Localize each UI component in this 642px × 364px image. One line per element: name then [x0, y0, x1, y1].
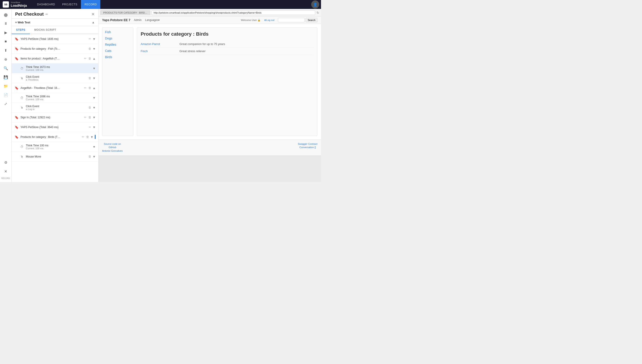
site-nav-admin[interactable]: Admin [134, 18, 142, 22]
save-icon[interactable]: 💾 [2, 73, 10, 81]
site-main-content: Products for category : Birds Amazon Par… [137, 28, 317, 136]
sidebar-link-fish[interactable]: Fish [105, 30, 130, 34]
step-item: 🔖 Products for category : Fish (Tc… 🗑 ▼ [12, 44, 98, 54]
panel-close-button[interactable]: ✕ [91, 12, 95, 17]
logo-icon: SB [3, 1, 9, 8]
step-edit-button[interactable]: ✏ [88, 37, 92, 41]
browser-toolbar: PRODUCTS FOR CATEGORY : BIRD… http://pet… [99, 9, 321, 16]
nav-record[interactable]: RECORD [81, 0, 100, 9]
step-delete-button[interactable]: 🗑 [88, 86, 92, 90]
sidebar-link-birds[interactable]: Birds [105, 55, 130, 59]
step-edit-button[interactable]: ✏ [88, 125, 92, 129]
step-chevron-button[interactable]: ▼ [93, 37, 96, 41]
steps-panel-header: Pet Checkout ✏ ✕ [12, 9, 98, 19]
step-chevron-button[interactable]: ▼ [93, 116, 96, 119]
webtest-collapse-button[interactable]: ▲ [92, 20, 95, 24]
step-sublabel: a Log in [26, 108, 86, 110]
sidebar-link-reptiles[interactable]: Reptiles [105, 43, 130, 46]
icon-sidebar: ⬤ ⏸ ▶ ■ ⬆ ⊕ 🔍 💾 📁 📄 ⤢ ⚙ ✕ RECORD [0, 9, 12, 182]
step-label: Click Event [26, 105, 39, 108]
add-icon[interactable]: ⊕ [2, 55, 10, 63]
browser-url-bar[interactable]: http://petstore.smartload.io/application… [152, 10, 315, 15]
nav-dashboard[interactable]: DASHBOARD [34, 0, 59, 9]
step-edit-button[interactable]: ✏ [84, 115, 87, 120]
site-nav-languages[interactable]: Languages▾ [145, 18, 160, 22]
step-chevron-button[interactable]: ▼ [93, 66, 96, 70]
step-chevron-button[interactable]: ▼ [93, 96, 96, 100]
stop-icon[interactable]: ■ [2, 38, 10, 46]
step-chevron-button[interactable]: ▲ [93, 86, 96, 90]
tab-mocha-script[interactable]: MOCHA SCRIPT [30, 26, 61, 34]
search-icon[interactable]: 🔍 [2, 64, 10, 72]
step-sublabel: Current: 100 ms [26, 147, 91, 150]
folder-icon[interactable]: 📁 [2, 82, 10, 90]
step-actions: 🗑 ▼ [88, 76, 96, 80]
step-item-birds: 🔖 Products for category : Birds (T… ✏ 🗑 … [12, 132, 98, 142]
step-label: Think Time 100 ms [26, 144, 48, 147]
step-chevron-button[interactable]: ▲ [93, 57, 96, 60]
bookmark-icon: 🔖 [14, 37, 19, 41]
step-item-think-time: ⏱ Think Time 1673 ms Current: 100 ms ▼ [12, 64, 98, 73]
play-icon[interactable]: ▶ [2, 28, 10, 36]
close-icon[interactable]: ✕ [2, 167, 10, 175]
step-chevron-button[interactable]: ▼ [93, 126, 96, 129]
step-text-block: Think Time 100 ms Current: 100 ms [26, 144, 91, 150]
product-name-finch[interactable]: Finch [141, 50, 174, 53]
step-actions: ▼ [93, 66, 96, 70]
step-chevron-button[interactable]: ▼ [93, 47, 96, 50]
step-sublabel: a Thootless [26, 78, 86, 81]
status-indicator: ⬤ [2, 11, 10, 19]
footer-swagger-link[interactable]: Swagger Contract Conversation [] [298, 142, 317, 152]
tab-steps[interactable]: STEPS [12, 26, 30, 34]
step-delete-button[interactable]: 🗑 [88, 46, 92, 51]
user-avatar[interactable]: 👤 [311, 0, 319, 8]
step-delete-button[interactable]: 🗑 [86, 135, 89, 139]
project-edit-icon[interactable]: ✏ [46, 12, 48, 16]
step-delete-button[interactable]: 🗑 [88, 105, 92, 110]
step-edit-button[interactable]: ✏ [81, 135, 85, 139]
bookmark-icon: 🔖 [14, 115, 19, 120]
step-delete-button[interactable]: 🗑 [88, 115, 92, 120]
project-title-area: Pet Checkout ✏ [15, 12, 48, 17]
web-test-row: ≡ Web Test ▲ [12, 19, 98, 26]
pause-icon[interactable]: ⏸ [2, 20, 10, 28]
sidebar-link-dogs[interactable]: Dogs [105, 36, 130, 40]
step-edit-button[interactable]: ✏ [84, 86, 87, 90]
step-actions: 🗑 ▼ [88, 46, 96, 51]
document-icon[interactable]: 📄 [2, 91, 10, 99]
site-search-button[interactable]: Search [306, 18, 317, 22]
timer-icon: ⏱ [20, 144, 24, 149]
step-item: 🔖 Angelfish - Thootless (Total: 16… ✏ 🗑 … [12, 83, 98, 93]
step-chevron-button[interactable]: ▼ [93, 145, 96, 148]
web-test-label: ≡ Web Test [15, 21, 92, 24]
top-navigation: SB SmartBear LoadNinja DASHBOARD PROJECT… [0, 0, 321, 9]
step-delete-button[interactable]: 🗑 [88, 56, 92, 60]
step-actions: ✏ ▼ [88, 125, 96, 129]
nav-projects[interactable]: PROJECTS [59, 0, 81, 9]
upload-icon[interactable]: ⬆ [2, 46, 10, 54]
step-actions: 🗑 ▼ [88, 154, 96, 158]
step-chevron-button[interactable]: ▼ [90, 135, 93, 139]
step-delete-button[interactable]: 🗑 [88, 154, 92, 158]
browser-url-text: http://petstore.smartload.io/application… [154, 11, 262, 14]
step-chevron-button[interactable]: ▼ [93, 106, 96, 110]
site-search-input[interactable] [278, 18, 305, 22]
step-delete-button[interactable]: 🗑 [88, 76, 92, 80]
settings-icon[interactable]: ⚙ [2, 158, 10, 166]
product-name-amazon-parrot[interactable]: Amazon Parrot [141, 42, 174, 46]
step-actions: ✏ 🗑 ▲ [84, 86, 96, 90]
site-logout-button[interactable]: ⊕Log out [264, 19, 274, 22]
sidebar-link-cats[interactable]: Cats [105, 49, 130, 52]
step-edit-button[interactable]: ✏ [84, 56, 87, 60]
step-label: Click Event [26, 75, 39, 78]
step-item: ⏱ Think Time 1696 ms Current: 100 ms ▼ [12, 93, 98, 103]
expand-icon[interactable]: ⤢ [2, 100, 10, 108]
step-chevron-button[interactable]: ▼ [93, 76, 96, 80]
browser-refresh-button[interactable]: ↻ [317, 11, 319, 14]
step-chevron-button[interactable]: ▼ [93, 155, 96, 158]
browser-tab[interactable]: PRODUCTS FOR CATEGORY : BIRD… [100, 10, 150, 15]
footer-source-link[interactable]: Source code on GitHub Antonio Goncalves [102, 142, 123, 152]
tabs-row: STEPS MOCHA SCRIPT [12, 26, 98, 34]
step-item: 🔖 Sign In (Total: 12922 ms) ✏ 🗑 ▼ [12, 112, 98, 122]
bookmark-icon: 🔖 [14, 56, 19, 61]
